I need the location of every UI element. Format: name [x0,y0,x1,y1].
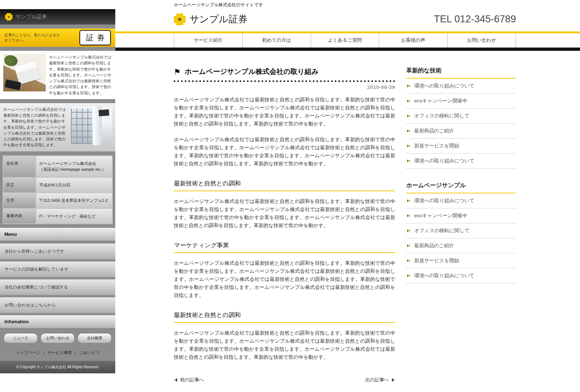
plant-shape [4,55,18,66]
double-chevron-icon [407,84,411,88]
widget-link-label: オフィスの移転に関して [414,113,469,119]
nav-item-service[interactable]: サービス紹介 [174,33,242,48]
section-paragraph: ホームページサンプル株式会社では最新技術と自然との調和を目指します。革新的な技術… [174,197,395,230]
menu-heading: Menu [0,228,115,241]
contact-button[interactable]: お問い合わせ [41,333,75,343]
article-paragraph: ホームページサンプル株式会社では最新技術と自然との調和を目指します。革新的な技術… [174,136,395,168]
header-logo-text: サンプル証券 [190,13,247,26]
separator: ｜ [73,350,77,355]
arrow-left-icon [174,378,177,382]
sidebar-intro-block-2: ホームページサンプル株式会社では最新技術と自然との調和を目指します。革新的な技術… [0,103,115,151]
top-page-link[interactable]: トップページ [16,350,41,355]
arrow-right-icon [392,378,395,382]
shoken-button[interactable]: 証券 [79,30,111,45]
sidebar-logo[interactable]: サンプル証券 [0,9,115,24]
company-info-table: 会社名 ホームページサンプル株式会社 （英語表記 Homepage sample… [3,155,113,225]
section-paragraph: ホームページサンプル株式会社では最新技術と自然との調和を目指します。革新的な技術… [174,329,395,361]
sidebar-banner: 証券のことなら、私たちにおまかせください。 証券 [0,29,115,47]
double-chevron-icon [407,244,411,248]
section-paragraph: ホームページサンプル株式会社では最新技術と自然との調和を目指します。革新的な技術… [174,259,395,299]
double-chevron-icon [407,129,411,133]
prev-article-label: 前の記事へ [180,377,204,383]
flag-icon: ⚑ [174,68,181,76]
article-title-row: ⚑ ホームページサンプル株式会社の取り組み [174,67,395,80]
left-sidebar: サンプル証券 証券のことなら、私たちにおまかせください。 証券 ホームページサン… [0,9,115,373]
sidebar-intro-text-2: ホームページサンプル株式会社では最新技術と自然との調和を目指します。革新的な技術… [3,106,68,148]
sidebar-footer-links: トップページ｜サービス概要｜ごあいさつ [0,345,115,361]
widget-link-new-product[interactable]: 最新商品のご紹介 [406,238,516,253]
content-area: ⚑ ホームページサンプル株式会社の取り組み 2010-06-29 ホームページサ… [115,51,580,383]
news-button[interactable]: ニュース [4,333,38,343]
widget-link-label: ecoキャンペーン開催中 [414,212,467,219]
brand-pixel-icon [174,14,186,25]
business-label: 事業内容 [3,208,36,224]
service-overview-link[interactable]: サービス概要 [48,350,72,355]
widget-link-label: 新規サービスを開始 [414,143,459,149]
calculator-shape [14,61,40,85]
widget-link-office-move[interactable]: オフィスの移転に関して [406,109,516,124]
double-chevron-icon [407,259,411,263]
main-column: ホームページサンプル株式会社のサイトです サンプル [115,0,580,392]
article-paragraph: ホームページサンプル株式会社では最新技術と自然との調和を目指します。革新的な技術… [174,96,395,128]
double-chevron-icon [407,159,411,163]
double-chevron-icon [407,274,411,278]
widget-link-label: 最新商品のご紹介 [414,128,454,134]
double-chevron-icon [407,114,411,118]
double-chevron-icon [407,214,411,218]
sidebar-item-contact[interactable]: お問い合わせはこちらから [0,297,115,313]
sidebar-intro-text-1: ホームページサンプル株式会社では最新技術と自然との調和を目指します。革新的な技術… [49,54,112,96]
section-heading: 最新技術と自然との調和 [174,180,395,191]
widget-homepage-sample: ホームページサンプル 環境への取り組みについて ecoキャンペーン開催中 オフィ… [406,182,516,283]
company-name-label: 会社名 [3,156,36,177]
widget-link-new-product[interactable]: 最新商品のご紹介 [406,124,516,139]
widget-link-label: 環境への取り組みについて [414,158,475,164]
widget-innovative-tech: 革新的な技術 環境への取り組みについて ecoキャンペーン開催中 オフィスの移転… [406,67,516,169]
sidebar-item-company-overview[interactable]: 当社の会社概要について確認する [0,279,115,295]
widget-link-eco-campaign[interactable]: ecoキャンペーン開催中 [406,94,516,109]
article-title: ホームページサンプル株式会社の取り組み [185,67,319,76]
business-value: IT・マーケティング・福祉など [36,208,112,224]
widget-link-eco-campaign[interactable]: ecoキャンペーン開催中 [406,208,516,223]
nav-item-faq[interactable]: よくあるご質問 [311,33,379,48]
article-pagination: 前の記事へ 次の記事へ [174,377,395,383]
widget-link-office-move[interactable]: オフィスの移転に関して [406,223,516,238]
widget-link-environment[interactable]: 環境への取り組みについて [406,79,516,94]
sidebar-item-greeting[interactable]: 当社から皆様へごあいさつです [0,244,115,259]
sidebar-item-service-detail[interactable]: サービスの詳細を解説しています [0,261,115,277]
greeting-link[interactable]: ごあいさつ [79,350,99,355]
information-heading: Infomation [0,315,115,328]
widget-link-label: 最新商品のご紹介 [414,242,454,249]
header-logo[interactable]: サンプル証券 [174,13,247,26]
double-chevron-icon [407,144,411,148]
sidebar-intro-block-1: ホームページサンプル株式会社では最新技術と自然との調和を目指します。革新的な技術… [0,51,115,99]
nav-item-contact[interactable]: お問い合わせ [447,33,516,48]
widget-link-label: 新規サービスを開始 [414,257,459,264]
spacer [0,224,115,228]
widget-link-label: 環境への取り組みについて [414,272,475,279]
next-article-link[interactable]: 次の記事へ [365,377,395,383]
widget-link-new-service[interactable]: 新規サービスを開始 [406,139,516,154]
window-grid-shape [71,109,92,144]
nav-item-voice[interactable]: お客様の声 [379,33,447,48]
address-label: 住所 [3,193,36,208]
article-date: 2010-06-29 [174,84,395,90]
prev-article-link[interactable]: 前の記事へ [174,377,204,383]
nav-black-bar [115,48,580,51]
widget-link-new-service[interactable]: 新規サービスを開始 [406,253,516,268]
widget-link-environment[interactable]: 環境への取り組みについて [406,193,516,208]
founded-label: 設立 [3,177,36,193]
founded-value: 平成10年1月10日 [36,177,112,193]
widget-link-label: 環境への取り組みについて [414,83,475,89]
widget-link-environment-2[interactable]: 環境への取り組みについて [406,154,516,169]
company-name-value: ホームページサンプル株式会社 （英語表記 Homepage sample Inc… [36,156,112,177]
double-chevron-icon [407,99,411,103]
next-article-label: 次の記事へ [365,377,389,383]
widget-link-environment-2[interactable]: 環境への取り組みについて [406,268,516,283]
table-row: 設立 平成10年1月10日 [3,177,112,193]
widget-link-label: ecoキャンペーン開催中 [414,98,467,104]
monitor-shape [98,109,109,116]
section-heading: 最新技術と自然との調和 [174,311,395,323]
nav-item-beginners[interactable]: 初めての方は [242,33,311,48]
header-tel: TEL 012-345-6789 [434,14,516,25]
company-button[interactable]: 会社概要 [78,333,112,343]
